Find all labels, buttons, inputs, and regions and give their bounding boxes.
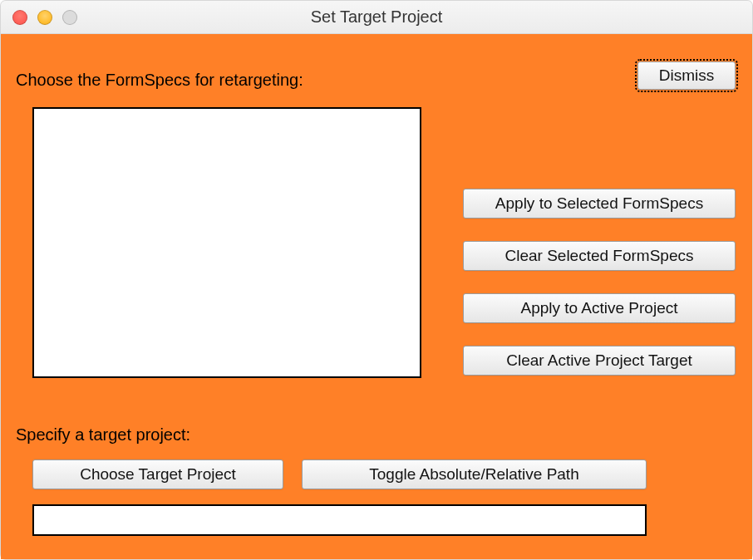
- toggle-path-mode-button[interactable]: Toggle Absolute/Relative Path: [302, 459, 647, 489]
- apply-active-project-button[interactable]: Apply to Active Project: [463, 293, 736, 323]
- close-icon[interactable]: [12, 10, 27, 25]
- clear-active-project-target-button[interactable]: Clear Active Project Target: [463, 346, 736, 376]
- choose-target-project-button[interactable]: Choose Target Project: [32, 459, 283, 489]
- window-controls: [12, 10, 77, 25]
- choose-formspecs-label: Choose the FormSpecs for retargeting:: [16, 71, 303, 90]
- client-area: Choose the FormSpecs for retargeting: Di…: [1, 34, 752, 559]
- titlebar: Set Target Project: [1, 1, 752, 34]
- zoom-icon[interactable]: [62, 10, 77, 25]
- dismiss-button[interactable]: Dismiss: [637, 61, 736, 90]
- target-project-path-input[interactable]: [32, 504, 647, 536]
- minimize-icon[interactable]: [37, 10, 52, 25]
- window-title: Set Target Project: [1, 7, 752, 27]
- dialog-window: Set Target Project Choose the FormSpecs …: [0, 0, 753, 560]
- specify-target-label: Specify a target project:: [16, 425, 190, 445]
- apply-selected-formspecs-button[interactable]: Apply to Selected FormSpecs: [463, 189, 736, 219]
- clear-selected-formspecs-button[interactable]: Clear Selected FormSpecs: [463, 241, 736, 271]
- formspecs-listbox[interactable]: [32, 107, 421, 378]
